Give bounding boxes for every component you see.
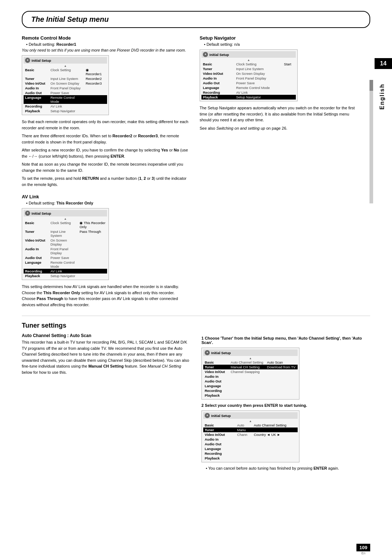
remote-control-default: Default setting: Recorder1	[26, 42, 189, 46]
menu-table-avlink: Basic Clock Setting ◉ This Recorder Only…	[24, 220, 107, 278]
menu-row-basic-avlink: Basic Clock Setting ◉ This Recorder Only	[24, 220, 107, 229]
menu-row-tuner-country: Tuner Manu	[203, 428, 298, 432]
menu-row-audioin-country: Audio In	[203, 437, 298, 442]
menu-icon-autoscan: ✦	[205, 350, 210, 355]
menu-row-tuner-remote: Tuner Input Line System Recorder2	[24, 76, 107, 81]
menu-key: Basic	[24, 68, 49, 76]
menu-row-tuner-setupnav: Tuner Input Line System	[201, 66, 296, 71]
title-bar: The Initial Setup menu	[22, 11, 370, 28]
menu-icon-country: ✦	[205, 413, 210, 418]
remote-control-note: You only need to set this if you are usi…	[22, 48, 189, 52]
menu-row-audioin-setupnav: Audio In Front Panel Display	[201, 76, 296, 81]
setup-navigator-section: Setup Navigator Default setting: n/a ✦ I…	[200, 35, 356, 131]
right-column: Setup Navigator Default setting: n/a ✦ I…	[200, 35, 356, 310]
vertical-english-label: English	[379, 84, 385, 110]
top-two-col: Remote Control Mode Default setting: Rec…	[22, 35, 370, 310]
scroll-arrow-up-autoscan: ▲	[203, 357, 298, 360]
bottom-page-number: 109	[356, 544, 370, 551]
auto-tune-bullet-note: • You can cancel before auto tuning has …	[201, 466, 370, 470]
menu-row-playback-avlink: Playback Setup Navigator	[24, 274, 107, 278]
av-link-default: Default setting: This Recorder Only	[26, 201, 189, 205]
menu-title-remote: ✦ Initial Setup	[24, 57, 107, 64]
menu-row-language-setupnav: Language Remote Control Mode	[201, 85, 296, 90]
menu-row-audioin-avlink: Audio In Front Panel Display	[24, 247, 107, 255]
scroll-arrow-up-setupnav: ▲	[201, 58, 296, 62]
menu-row-basic-autoscan: Basic Auto Channel Setting Auto Scan	[203, 360, 298, 365]
menu-row-basic-setupnav: Basic Clock Setting Start	[201, 62, 296, 66]
menu-icon-avlink: ✦	[25, 211, 30, 216]
auto-channel-heading: Auto Channel Setting : Auto Scan	[22, 333, 191, 338]
menu-row-audioout-remote: Audio Out Power Save	[24, 90, 107, 95]
scroll-arrow-up-country: ▲	[203, 420, 298, 423]
setup-nav-para2: See also Switching on and setting up on …	[200, 125, 356, 131]
page-container: 14 English The Initial Setup menu Remote…	[0, 11, 392, 555]
menu-row-video-autoscan: Video In/Out Channel Swapping	[203, 369, 298, 374]
menu-table-country: Basic Auto Auto Channel Setting Tuner Ma…	[203, 423, 298, 461]
tuner-settings-title: Tuner settings	[22, 322, 370, 329]
menu-row-language-remote: Language Remote Control Mode	[24, 95, 107, 104]
tuner-col-left: Auto Channel Setting : Auto Scan This re…	[22, 333, 191, 470]
setup-navigator-default: Default setting: n/a	[204, 42, 356, 46]
menu-row-recording-setupnav: Recording AV Link	[201, 90, 296, 95]
menu-row-audioout-setupnav: Audio Out Power Save	[201, 81, 296, 85]
menu-icon-remote: ✦	[25, 58, 30, 63]
setup-navigator-menu-box: ✦ Initial Setup ▲ Basic Clock Setting St…	[200, 49, 298, 101]
menu-row-playback-remote: Playback Setup Navigator	[24, 109, 107, 113]
bottom-lang: En	[362, 551, 366, 555]
menu-row-playback-country: Playback	[203, 456, 298, 461]
menu-row-tuner-autoscan: Tuner Manual CH Setting Download from TV	[203, 365, 298, 369]
scroll-indicator	[369, 80, 373, 203]
setup-navigator-heading: Setup Navigator	[200, 35, 356, 41]
scroll-arrow-up-remote: ▲	[24, 64, 107, 68]
main-content: Remote Control Mode Default setting: Rec…	[22, 28, 370, 470]
menu-row-audioout-country: Audio Out	[203, 442, 298, 446]
setup-nav-para1: The Setup Navigator appears automaticall…	[200, 105, 356, 123]
menu-table-autoscan: Basic Auto Channel Setting Auto Scan Tun…	[203, 360, 298, 398]
menu-val: Clock Setting	[49, 68, 84, 76]
page-bottom: 109 En	[356, 544, 370, 555]
menu-row-video-country: Video In/Out Chann Country ◄ UK ►	[203, 432, 298, 437]
menu-row-language-autoscan: Language	[203, 384, 298, 388]
menu-table-setupnav: Basic Clock Setting Start Tuner Input Li…	[201, 62, 296, 100]
section-divider	[22, 316, 370, 316]
menu-row-audioin-remote: Audio In Front Panel Display	[24, 86, 107, 90]
av-link-para1: This setting determines how AV Link sign…	[22, 284, 189, 308]
av-link-section: AV Link Default setting: This Recorder O…	[22, 194, 189, 308]
tuner-col-right: 1 Choose 'Tuner' from the Initial Setup …	[201, 333, 370, 470]
menu-row-tuner-avlink: Tuner Input Line System Pass Through	[24, 229, 107, 238]
menu-row-language-avlink: Language Remote Control Mode	[24, 260, 107, 269]
menu-title-country: ✦ Initial Setup	[203, 412, 298, 419]
left-column: Remote Control Mode Default setting: Rec…	[22, 35, 189, 310]
menu-row-playback-setupnav: Playback Setup Navigator	[201, 95, 296, 100]
menu-row-video-setupnav: Video In/Out On Screen Display	[201, 71, 296, 76]
menu-row-audioout-avlink: Audio Out Power Save	[24, 255, 107, 260]
scroll-thumb	[369, 80, 373, 91]
tuner-two-col: Auto Channel Setting : Auto Scan This re…	[22, 333, 370, 470]
menu-row-video-avlink: Video In/Out On Screen Display	[24, 238, 107, 247]
menu-option: ◉ Recorder1	[84, 68, 107, 76]
remote-para5: To set the remote, press and hold RETURN…	[22, 175, 189, 187]
scroll-arrow-up-avlink: ▲	[24, 217, 107, 220]
remote-control-mode-section: Remote Control Mode Default setting: Rec…	[22, 35, 189, 187]
av-link-heading: AV Link	[22, 194, 189, 199]
country-select-menu-box: ✦ Initial Setup ▲ Basic Auto Auto Channe…	[201, 410, 299, 462]
page-title: The Initial Setup menu	[31, 15, 109, 24]
remote-para4: Note that as soon as you change the reco…	[22, 161, 189, 173]
menu-row-recording-remote: Recording AV Link	[24, 104, 107, 109]
menu-row-recording-country: Recording	[203, 451, 298, 456]
remote-control-menu-box: ✦ Initial Setup ▲ Basic Clock Setting ◉ …	[22, 55, 109, 115]
menu-row-video-remote: Video In/Out On Screen Display Recorder3	[24, 81, 107, 86]
remote-control-heading: Remote Control Mode	[22, 35, 189, 41]
step2-label: 2 Select your country then press ENTER t…	[201, 403, 370, 408]
menu-icon-setupnav: ✦	[203, 52, 208, 57]
remote-para1: So that each remote control operates onl…	[22, 119, 189, 131]
tuner-settings-section: Tuner settings Auto Channel Setting : Au…	[22, 322, 370, 470]
menu-title-avlink: ✦ Initial Setup	[24, 210, 107, 216]
menu-table-remote: Basic Clock Setting ◉ Recorder1 Tuner In…	[24, 68, 107, 113]
menu-row-audioout-autoscan: Audio Out	[203, 379, 298, 384]
menu-row-recording-avlink: Recording AV Link	[24, 269, 107, 274]
menu-title-setupnav: ✦ Initial Setup	[201, 51, 296, 58]
auto-channel-para1: This recorder has a built-in TV tuner fo…	[22, 339, 191, 375]
menu-title-autoscan: ✦ Initial Setup	[203, 349, 298, 356]
menu-row-basic-remote: Basic Clock Setting ◉ Recorder1	[24, 68, 107, 76]
